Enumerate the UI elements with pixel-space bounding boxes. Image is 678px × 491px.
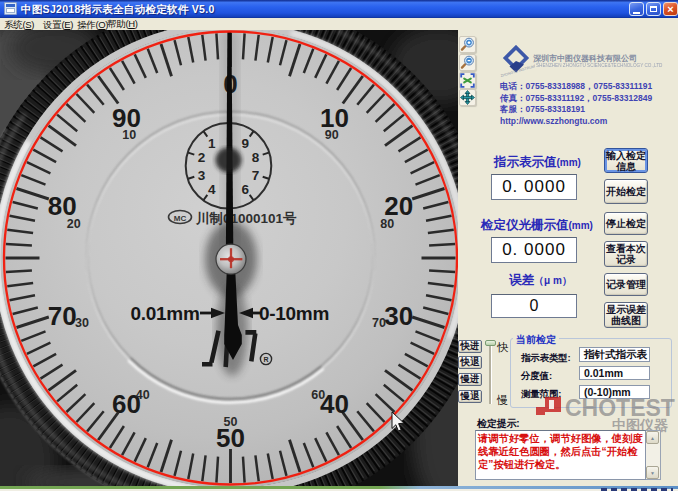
svg-text:6: 6 xyxy=(242,182,250,197)
svg-text:60: 60 xyxy=(311,388,325,402)
svg-text:4: 4 xyxy=(208,182,216,197)
svg-text:80: 80 xyxy=(380,217,394,231)
svg-text:8: 8 xyxy=(252,150,260,165)
svg-text:30: 30 xyxy=(75,316,89,330)
svg-text:0-10mm: 0-10mm xyxy=(259,303,329,324)
svg-text:70: 70 xyxy=(372,316,386,330)
svg-text:2: 2 xyxy=(198,150,206,165)
svg-text:R: R xyxy=(263,356,268,363)
svg-text:MC: MC xyxy=(174,214,187,223)
svg-text:90: 90 xyxy=(325,128,339,142)
svg-text:7: 7 xyxy=(252,168,260,183)
svg-text:9: 9 xyxy=(242,136,250,151)
svg-text:70: 70 xyxy=(48,301,77,331)
svg-text:川制01000101号: 川制01000101号 xyxy=(195,211,297,226)
svg-text:10: 10 xyxy=(122,128,136,142)
svg-text:0.01mm: 0.01mm xyxy=(131,303,200,324)
svg-text:3: 3 xyxy=(198,168,206,183)
svg-text:1: 1 xyxy=(208,136,216,151)
svg-text:30: 30 xyxy=(384,301,413,331)
svg-text:20: 20 xyxy=(67,217,81,231)
svg-text:50: 50 xyxy=(224,415,238,429)
svg-text:40: 40 xyxy=(136,388,150,402)
